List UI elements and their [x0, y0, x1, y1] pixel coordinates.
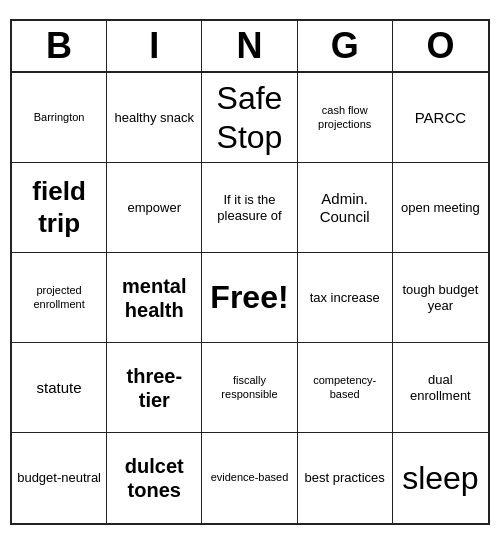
bingo-cell-22[interactable]: evidence-based: [202, 433, 297, 523]
bingo-cell-9[interactable]: open meeting: [393, 163, 488, 253]
cell-text-6: empower: [128, 200, 181, 216]
bingo-cell-0[interactable]: Barrington: [12, 73, 107, 163]
cell-text-16: three-tier: [111, 364, 197, 412]
cell-text-21: dulcet tones: [111, 454, 197, 502]
bingo-card: BINGO Barringtonhealthy snackSafe Stopca…: [10, 19, 490, 525]
cell-text-14: tough budget year: [397, 282, 484, 313]
cell-text-4: PARCC: [415, 109, 466, 127]
bingo-cell-10[interactable]: projected enrollment: [12, 253, 107, 343]
cell-text-5: field trip: [16, 176, 102, 238]
bingo-cell-2[interactable]: Safe Stop: [202, 73, 297, 163]
bingo-cell-19[interactable]: dual enrollment: [393, 343, 488, 433]
header-letter-b: B: [12, 21, 107, 71]
cell-text-12: Free!: [210, 278, 288, 316]
cell-text-15: statute: [37, 379, 82, 397]
cell-text-13: tax increase: [310, 290, 380, 306]
cell-text-17: fiscally responsible: [206, 374, 292, 400]
cell-text-24: sleep: [402, 459, 479, 497]
bingo-cell-24[interactable]: sleep: [393, 433, 488, 523]
bingo-cell-1[interactable]: healthy snack: [107, 73, 202, 163]
bingo-cell-7[interactable]: If it is the pleasure of: [202, 163, 297, 253]
cell-text-20: budget-neutral: [17, 470, 101, 486]
cell-text-10: projected enrollment: [16, 284, 102, 310]
bingo-cell-14[interactable]: tough budget year: [393, 253, 488, 343]
bingo-cell-16[interactable]: three-tier: [107, 343, 202, 433]
bingo-cell-20[interactable]: budget-neutral: [12, 433, 107, 523]
cell-text-11: mental health: [111, 274, 197, 322]
cell-text-23: best practices: [305, 470, 385, 486]
bingo-cell-23[interactable]: best practices: [298, 433, 393, 523]
bingo-cell-21[interactable]: dulcet tones: [107, 433, 202, 523]
cell-text-2: Safe Stop: [206, 79, 292, 156]
bingo-cell-8[interactable]: Admin. Council: [298, 163, 393, 253]
bingo-header: BINGO: [12, 21, 488, 73]
bingo-cell-5[interactable]: field trip: [12, 163, 107, 253]
cell-text-8: Admin. Council: [302, 190, 388, 226]
cell-text-3: cash flow projections: [302, 104, 388, 130]
cell-text-19: dual enrollment: [397, 372, 484, 403]
bingo-cell-13[interactable]: tax increase: [298, 253, 393, 343]
bingo-cell-4[interactable]: PARCC: [393, 73, 488, 163]
bingo-cell-15[interactable]: statute: [12, 343, 107, 433]
bingo-cell-12[interactable]: Free!: [202, 253, 297, 343]
cell-text-18: competency-based: [302, 374, 388, 400]
bingo-cell-6[interactable]: empower: [107, 163, 202, 253]
header-letter-g: G: [298, 21, 393, 71]
cell-text-1: healthy snack: [115, 110, 195, 126]
bingo-cell-18[interactable]: competency-based: [298, 343, 393, 433]
cell-text-0: Barrington: [34, 111, 85, 124]
bingo-cell-3[interactable]: cash flow projections: [298, 73, 393, 163]
header-letter-i: I: [107, 21, 202, 71]
bingo-cell-11[interactable]: mental health: [107, 253, 202, 343]
header-letter-o: O: [393, 21, 488, 71]
bingo-grid: Barringtonhealthy snackSafe Stopcash flo…: [12, 73, 488, 523]
cell-text-22: evidence-based: [211, 471, 289, 484]
cell-text-7: If it is the pleasure of: [206, 192, 292, 223]
cell-text-9: open meeting: [401, 200, 480, 216]
bingo-cell-17[interactable]: fiscally responsible: [202, 343, 297, 433]
header-letter-n: N: [202, 21, 297, 71]
